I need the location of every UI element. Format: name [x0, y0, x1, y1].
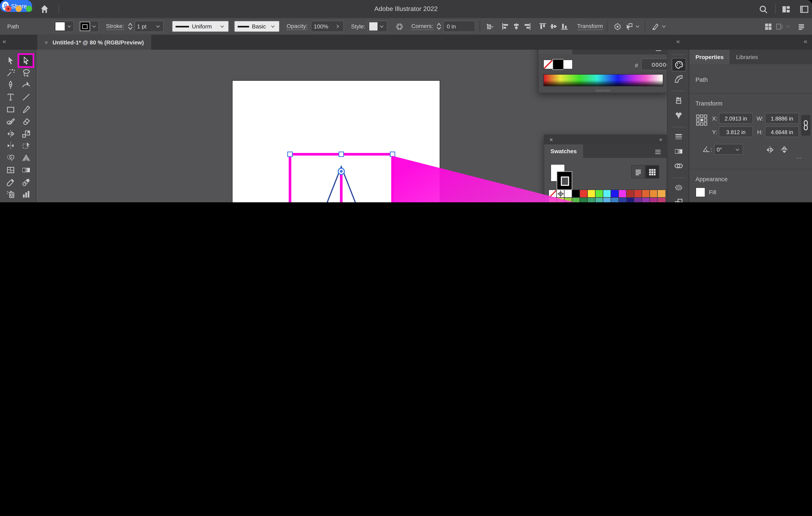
dock-color-guide-icon[interactable] [672, 72, 685, 85]
panel-resize-grip[interactable] [596, 90, 610, 92]
arrange-documents-icon[interactable] [762, 21, 774, 32]
free-transform-tool[interactable] [19, 140, 32, 151]
paintbrush-tool[interactable] [19, 103, 32, 115]
eyedropper-tool[interactable] [4, 177, 17, 188]
panel-options-icon[interactable] [799, 4, 809, 14]
column-graph-tool[interactable] [19, 189, 32, 200]
shape-builder-tool[interactable] [4, 152, 17, 163]
dock-color-icon[interactable] [672, 58, 686, 71]
dock-artboards-icon[interactable] [672, 195, 685, 202]
swatch[interactable] [642, 190, 650, 198]
opacity-dropdown[interactable]: 100% [311, 21, 344, 32]
align-bottom-icon[interactable] [560, 22, 569, 31]
corners-value[interactable]: 0 in [443, 21, 475, 32]
align-center-h-icon[interactable] [511, 22, 521, 31]
grid-view-icon[interactable] [645, 165, 659, 179]
rotation-dropdown[interactable]: 0° [714, 144, 743, 155]
slice-tool[interactable] [19, 201, 32, 202]
swatch[interactable] [596, 198, 603, 202]
swatch[interactable] [634, 198, 642, 202]
swatch[interactable] [611, 198, 619, 202]
opacity-label[interactable]: Opacity: [287, 23, 308, 30]
flip-horizontal-icon[interactable] [765, 145, 775, 155]
swatch[interactable] [619, 198, 627, 202]
swatch[interactable] [650, 190, 658, 198]
h-input[interactable]: 4.6648 in [765, 126, 799, 137]
curvature-tool[interactable] [19, 79, 32, 91]
gradient-tool[interactable] [19, 164, 32, 176]
direct-selection-tool[interactable] [19, 55, 32, 66]
swatch[interactable] [650, 198, 658, 202]
select-similar-icon[interactable] [623, 21, 635, 32]
scale-tool[interactable] [19, 128, 32, 139]
document-info-icon[interactable] [394, 21, 405, 32]
swatch[interactable] [658, 198, 665, 202]
width-tool[interactable] [4, 140, 17, 151]
swatch[interactable] [580, 198, 588, 202]
eraser-tool[interactable] [19, 116, 32, 127]
dock-gradient-icon[interactable] [672, 145, 685, 157]
close-icon[interactable]: × [550, 136, 553, 144]
tab-libraries[interactable]: Libraries [730, 50, 764, 64]
swatch[interactable] [627, 190, 634, 198]
stroke-weight-stepper[interactable] [127, 21, 134, 32]
panel-menu-icon[interactable] [652, 146, 663, 157]
collapse-properties-icon[interactable]: « [804, 38, 807, 45]
shaper-tool[interactable] [4, 116, 17, 127]
tab-properties[interactable]: Properties [689, 50, 730, 64]
isolate-selected-icon[interactable] [612, 21, 623, 32]
dock-symbols-icon[interactable] [672, 109, 685, 121]
stroke-weight-dropdown[interactable]: 1 pt [135, 21, 164, 32]
swatch[interactable] [588, 190, 596, 198]
artboard-tool[interactable] [4, 201, 17, 202]
align-top-icon[interactable] [538, 22, 547, 31]
y-input[interactable]: 3.812 in [719, 126, 753, 137]
swatch[interactable] [580, 190, 588, 198]
swatch[interactable] [557, 190, 564, 198]
blend-tool[interactable] [19, 177, 32, 188]
swatch[interactable] [603, 190, 611, 198]
align-left-icon[interactable] [501, 22, 510, 31]
close-tab-icon[interactable]: × [45, 39, 48, 45]
variable-width-profile-dropdown[interactable]: Uniform [172, 21, 229, 32]
swatch[interactable] [564, 190, 572, 198]
brush-definition-dropdown[interactable]: Basic [234, 21, 279, 32]
list-view-icon[interactable] [631, 165, 645, 179]
corners-stepper[interactable] [435, 21, 442, 32]
reference-point-grid[interactable] [695, 114, 708, 126]
mesh-tool[interactable] [4, 164, 17, 176]
search-icon[interactable] [758, 4, 768, 14]
swatch[interactable] [611, 190, 619, 198]
collapse-dock-icon[interactable]: « [676, 38, 680, 45]
corners-label[interactable]: Corners: [411, 23, 433, 30]
swatch[interactable] [549, 198, 557, 202]
swatch[interactable] [572, 198, 580, 202]
color-black-swatch[interactable] [553, 59, 563, 70]
align-center-v-icon[interactable] [549, 22, 558, 31]
align-right-icon[interactable] [522, 22, 532, 31]
fill-swatch[interactable] [695, 187, 705, 197]
transform-more-icon[interactable]: … [796, 153, 803, 159]
stroke-weight-label[interactable]: Stroke: [106, 23, 124, 30]
swatch[interactable] [642, 198, 650, 202]
magic-wand-tool[interactable] [4, 67, 17, 78]
artboard[interactable] [232, 81, 439, 202]
color-none-swatch[interactable] [543, 59, 553, 69]
swatch[interactable] [588, 198, 596, 202]
x-input[interactable]: 2.0913 in [719, 113, 753, 124]
fill-label[interactable]: Fill [709, 189, 716, 195]
fill-color-dropdown[interactable] [53, 21, 74, 32]
tab-swatches[interactable]: Swatches [544, 145, 583, 158]
dock-brushes-icon[interactable] [672, 94, 685, 107]
selection-tool[interactable] [4, 55, 17, 66]
link-dimensions-icon[interactable] [801, 115, 810, 135]
type-tool[interactable] [4, 91, 17, 103]
workspace-menu-icon[interactable] [795, 21, 807, 32]
swatch[interactable] [572, 190, 580, 198]
perspective-grid-tool[interactable] [19, 152, 32, 163]
float-window-icon[interactable] [774, 21, 785, 32]
rectangle-tool[interactable] [4, 103, 17, 115]
swatch[interactable] [549, 190, 557, 198]
collapse-panel-icon[interactable]: « [659, 136, 662, 143]
reflect-tool[interactable] [4, 128, 17, 139]
